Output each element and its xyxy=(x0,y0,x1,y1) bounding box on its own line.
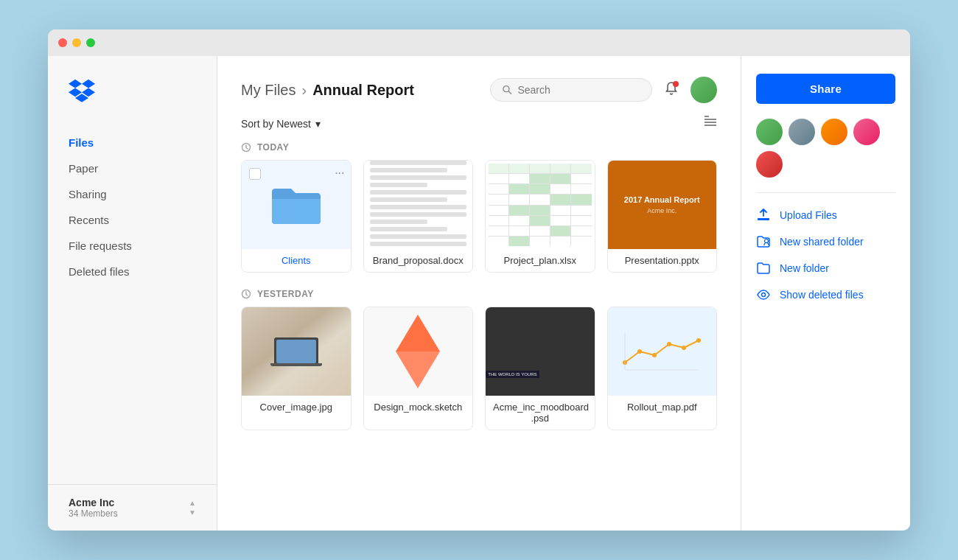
toolbar: Sort by Newest ▾ xyxy=(217,103,741,132)
share-button[interactable]: Share xyxy=(756,74,895,104)
shared-folder-icon xyxy=(756,234,771,249)
spreadsheet-grid xyxy=(489,164,592,246)
svg-line-1 xyxy=(508,91,511,94)
breadcrumb: My Files › Annual Report xyxy=(241,82,414,99)
sidebar-item-sharing[interactable]: Sharing xyxy=(48,181,217,207)
sort-button[interactable]: Sort by Newest ▾ xyxy=(241,118,321,130)
folder-preview: ··· xyxy=(242,161,351,249)
sidebar-item-files[interactable]: Files xyxy=(48,130,217,155)
file-card-clients[interactable]: ··· Clients xyxy=(241,160,352,273)
sidebar-item-deleted-files[interactable]: Deleted files xyxy=(48,259,217,284)
file-name-moodboard: Acme_inc_moodboard.psd xyxy=(486,396,595,430)
sidebar-footer[interactable]: Acme Inc 34 Members ▲ ▼ xyxy=(48,484,217,531)
chevron-updown-icon: ▲ ▼ xyxy=(189,499,196,517)
right-panel: Share Upload Files xyxy=(741,56,910,531)
folder-checkbox[interactable] xyxy=(249,168,261,180)
main-content: My Files › Annual Report xyxy=(217,56,741,531)
file-name-clients: Clients xyxy=(242,249,351,272)
yesterday-files-grid: Cover_image.jpg Design_mock.sketch xyxy=(241,307,717,430)
sidebar-item-file-requests[interactable]: File requests xyxy=(48,233,217,259)
member-avatar-1[interactable] xyxy=(756,119,783,145)
new-folder-action[interactable]: New folder xyxy=(756,261,895,276)
svg-point-11 xyxy=(652,353,657,357)
new-folder-label: New folder xyxy=(780,262,829,274)
sidebar-item-paper[interactable]: Paper xyxy=(48,155,217,181)
pres-title: 2017 Annual Report xyxy=(624,195,700,204)
grid-view-icon xyxy=(704,115,717,128)
file-card-design-mock[interactable]: Design_mock.sketch xyxy=(363,307,474,430)
folder-icon xyxy=(270,184,322,225)
file-card-moodboard[interactable]: THE WORLD IS YOURS Acme_inc_moodboard.ps… xyxy=(485,307,595,430)
svg-rect-4 xyxy=(704,122,716,123)
file-name-design-mock: Design_mock.sketch xyxy=(364,396,473,419)
file-name-presentation: Presentation.pptx xyxy=(608,249,717,272)
files-scroll-area: TODAY ··· Clie xyxy=(217,132,741,531)
sidebar: Files Paper Sharing Recents File request… xyxy=(48,56,217,531)
file-name-rollout-map: Rollout_map.pdf xyxy=(608,396,717,419)
new-shared-folder-action[interactable]: New shared folder xyxy=(756,234,895,249)
pdf-preview xyxy=(608,307,717,396)
file-card-presentation[interactable]: 2017 Annual Report Acme Inc. Presentatio… xyxy=(607,160,718,273)
logo-area xyxy=(48,78,217,130)
notifications-button[interactable] xyxy=(664,81,679,99)
sort-chevron-icon: ▾ xyxy=(315,118,321,130)
pres-subtitle: Acme Inc. xyxy=(647,207,676,214)
divider xyxy=(756,192,895,193)
moodboard-text: THE WORLD IS YOURS xyxy=(486,371,538,378)
search-icon xyxy=(503,85,511,95)
member-avatar-5[interactable] xyxy=(756,151,783,178)
org-name: Acme Inc xyxy=(69,497,118,508)
today-label: TODAY xyxy=(257,142,289,153)
presentation-preview: 2017 Annual Report Acme Inc. xyxy=(608,161,717,249)
upload-files-label: Upload Files xyxy=(780,209,837,221)
dropbox-logo-icon xyxy=(69,78,95,105)
section-header-today: TODAY xyxy=(241,132,717,160)
show-deleted-files-action[interactable]: Show deleted files xyxy=(756,287,895,302)
svg-rect-3 xyxy=(704,119,716,120)
svg-rect-17 xyxy=(758,218,769,220)
file-name-cover-image: Cover_image.jpg xyxy=(242,396,351,419)
search-input[interactable] xyxy=(517,84,640,96)
breadcrumb-current: Annual Report xyxy=(312,82,414,99)
view-toggle-button[interactable] xyxy=(704,115,717,132)
svg-rect-2 xyxy=(704,116,709,117)
clock-icon xyxy=(241,142,251,153)
yesterday-label: YESTERDAY xyxy=(257,289,314,299)
header-right xyxy=(490,77,717,103)
maximize-button[interactable] xyxy=(86,38,95,47)
org-members-count: 34 Members xyxy=(69,508,118,519)
member-avatar-4[interactable] xyxy=(853,119,880,145)
svg-point-18 xyxy=(765,239,769,243)
file-card-project-plan[interactable]: Project_plan.xlsx xyxy=(485,160,595,273)
clock-icon-yesterday xyxy=(241,289,251,299)
folder-more-icon[interactable]: ··· xyxy=(335,167,344,180)
main-header: My Files › Annual Report xyxy=(217,56,741,103)
notification-dot xyxy=(673,81,679,87)
show-deleted-files-label: Show deleted files xyxy=(780,289,864,301)
member-avatar-2[interactable] xyxy=(789,119,815,145)
member-avatars xyxy=(756,119,895,178)
upload-files-action[interactable]: Upload Files xyxy=(756,208,895,223)
svg-point-10 xyxy=(637,349,642,354)
eye-icon xyxy=(756,287,771,302)
search-box[interactable] xyxy=(490,78,652,102)
svg-point-14 xyxy=(696,338,701,343)
svg-point-19 xyxy=(762,293,766,297)
svg-point-12 xyxy=(667,342,671,346)
file-card-rollout-map[interactable]: Rollout_map.pdf xyxy=(607,307,718,430)
today-files-grid: ··· Clients xyxy=(241,160,717,273)
window-controls xyxy=(58,38,95,47)
file-card-brand-proposal[interactable]: Brand_proposal.docx xyxy=(363,160,474,273)
sidebar-item-recents[interactable]: Recents xyxy=(48,207,217,233)
doc-lines xyxy=(370,161,467,249)
file-card-cover-image[interactable]: Cover_image.jpg xyxy=(241,307,352,430)
breadcrumb-parent[interactable]: My Files xyxy=(241,82,296,99)
close-button[interactable] xyxy=(58,38,67,47)
breadcrumb-separator: › xyxy=(301,82,307,99)
member-avatar-3[interactable] xyxy=(821,119,847,145)
avatar[interactable] xyxy=(690,77,717,103)
org-info: Acme Inc 34 Members xyxy=(69,497,118,519)
photo-preview xyxy=(242,307,351,396)
minimize-button[interactable] xyxy=(72,38,81,47)
section-header-yesterday: YESTERDAY xyxy=(241,279,717,307)
